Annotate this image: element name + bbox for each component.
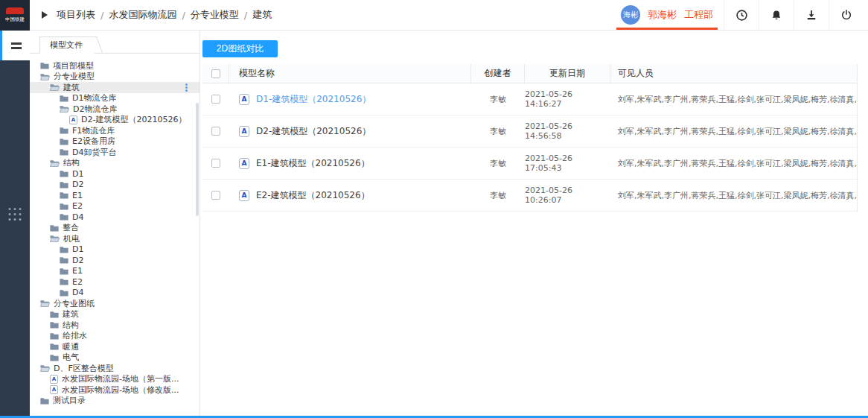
tree-item[interactable]: 建筑 [30, 309, 200, 320]
model-name-link[interactable]: E1-建筑模型（20210526） [256, 157, 370, 170]
clock-icon[interactable] [724, 0, 759, 30]
tab-model-files[interactable]: 模型文件 [39, 37, 95, 54]
tree-item-label: 水发国际物流园-场地（第一版... [62, 373, 179, 384]
tree-item[interactable]: D4卸货平台 [30, 147, 200, 158]
folder-icon [60, 95, 68, 102]
tree-item[interactable]: D1 [30, 244, 200, 256]
row-checkbox[interactable] [211, 95, 220, 104]
model-file-icon: A [239, 190, 249, 201]
tree-item[interactable]: D2 [30, 255, 200, 266]
tree-item[interactable]: D2 [30, 180, 200, 191]
folder-open-icon [50, 83, 60, 91]
tree-item[interactable]: F1物流仓库 [30, 125, 200, 136]
tree-item[interactable]: 结构 [30, 158, 200, 169]
tree-item-label: 项目部模型 [53, 60, 94, 72]
model-file-icon: A [50, 375, 58, 384]
row-checkbox[interactable] [211, 159, 220, 168]
update-date-cell: 2021-05-26 17:05:43 [525, 148, 610, 179]
collapse-arrow-icon[interactable] [42, 11, 48, 19]
row-checkbox[interactable] [211, 191, 220, 200]
power-icon[interactable] [829, 0, 864, 30]
apps-grid-icon[interactable] [9, 208, 22, 221]
tree-list: 项目部模型 分专业模型 建筑 D1物流仓库 D2物流仓库 A D2-建筑模型（2… [30, 54, 200, 416]
table-row: A D2-建筑模型（20210526） 李敏 2021-05-26 14:56:… [202, 115, 857, 148]
tree-item[interactable]: E1 [30, 190, 200, 201]
tree-item-label: D4卸货平台 [72, 147, 116, 158]
user-department: 工程部 [684, 8, 713, 22]
tree-item[interactable]: 电气 [30, 352, 200, 364]
tree-item[interactable]: 给排水 [30, 331, 200, 342]
folder-icon [60, 246, 68, 253]
tree-item[interactable]: E1 [30, 266, 200, 277]
visible-users-cell: 刘军,朱军武,李广州,蒋荣兵,王猛,徐剑,张可江,梁凤妮,梅芳,徐清真,蒋为鹏,… [610, 83, 857, 115]
tree-item[interactable]: A D2-建筑模型（20210526） [30, 115, 200, 126]
tree-item-label: 机电 [63, 233, 80, 244]
model-name-link[interactable]: E2-建筑模型（20210526） [256, 189, 370, 202]
breadcrumb-item[interactable]: 分专业模型 [191, 8, 239, 22]
model-name-link[interactable]: D2-建筑模型（20210526） [256, 125, 371, 138]
tree-item-label: D1 [72, 244, 83, 254]
company-logo: 中国铁建 [0, 0, 30, 31]
logo-text: 中国铁建 [5, 16, 25, 22]
file-icon: A [50, 375, 58, 384]
tree-item[interactable]: 整合 [30, 223, 200, 234]
header-icons [724, 0, 864, 30]
tree-item[interactable]: D、F区整合模型 [30, 363, 200, 374]
avatar[interactable]: 海彬 [621, 5, 640, 25]
tree-item[interactable]: D4 [30, 212, 200, 223]
tree-item-label: 建筑 [63, 82, 80, 93]
tree-item[interactable]: D2物流仓库 [30, 104, 200, 115]
tree-item[interactable]: A 水发国际物流园-场地（第一版... [30, 374, 200, 385]
tree-item[interactable]: 结构 [30, 320, 200, 331]
tree-item[interactable]: 分专业模型 [30, 72, 200, 83]
breadcrumb-item[interactable]: 项目列表 [57, 8, 95, 22]
models-table: 模型名称 创建者 更新日期 可见人员 A D1-建筑模型（20210526） 李… [202, 64, 858, 212]
tree-item-label: D2-建筑模型（20210526） [81, 114, 186, 125]
tree-item[interactable]: 分专业图纸 [30, 298, 200, 309]
bell-icon[interactable] [759, 0, 794, 30]
tree-item[interactable]: 建筑 [30, 82, 200, 93]
tree-item-label: D1物流仓库 [72, 92, 116, 104]
tree-item[interactable]: 机电 [30, 233, 200, 244]
folder-icon [60, 203, 68, 210]
tree-item[interactable]: E2 [30, 276, 200, 288]
tree-item[interactable]: D1物流仓库 [30, 93, 200, 104]
folder-icon [50, 332, 59, 340]
breadcrumb-separator: / [100, 10, 103, 21]
row-checkbox[interactable] [211, 127, 220, 136]
visible-users-cell: 刘军,朱军武,李广州,蒋荣兵,王猛,徐剑,张可江,梁凤妮,梅芳,徐清真,蒋为鹏,… [610, 180, 857, 211]
tree-item[interactable]: 暖通 [30, 341, 200, 352]
tree-item[interactable]: E2 [30, 201, 200, 212]
folder-icon [60, 267, 68, 275]
folder-icon [60, 191, 68, 199]
folder-icon [60, 289, 68, 297]
more-menu-icon[interactable] [185, 86, 188, 89]
breadcrumb-item[interactable]: 建筑 [252, 8, 272, 22]
tree-item[interactable]: E2设备用房 [30, 136, 200, 148]
select-all-checkbox[interactable] [211, 69, 220, 78]
tree-item-label: D4 [72, 212, 83, 222]
folder-open-icon [40, 73, 50, 80]
tree-item[interactable]: A 水发国际物流园-场地（修改版... [30, 384, 200, 396]
tree-scrollbar[interactable] [196, 103, 199, 216]
tree-item[interactable]: D4 [30, 288, 200, 299]
2d-drawing-compare-button[interactable]: 2D图纸对比 [202, 40, 278, 57]
model-file-icon: A [50, 385, 58, 394]
folder-icon [60, 278, 68, 285]
tree-item-label: 结构 [63, 157, 80, 168]
tree-item[interactable]: D1 [30, 168, 200, 180]
creator-cell: 李敏 [471, 83, 525, 115]
tree-item-label: 结构 [63, 320, 79, 331]
model-name-link[interactable]: D1-建筑模型（20210526） [256, 93, 371, 106]
download-icon[interactable] [794, 0, 829, 30]
tree-item[interactable]: 测试目录 [30, 396, 200, 407]
folder-icon [40, 397, 49, 405]
menu-toggle-button[interactable] [0, 31, 30, 60]
tree-item-label: D、F区整合模型 [54, 363, 114, 374]
breadcrumb-item[interactable]: 水发国际物流园 [109, 8, 176, 22]
tree-item-label: E1 [72, 191, 83, 200]
user-block[interactable]: 海彬 郭海彬 工程部 [610, 0, 724, 30]
logo-emblem-icon [6, 7, 24, 14]
folder-icon [60, 148, 68, 156]
tree-item[interactable]: 项目部模型 [30, 60, 200, 72]
